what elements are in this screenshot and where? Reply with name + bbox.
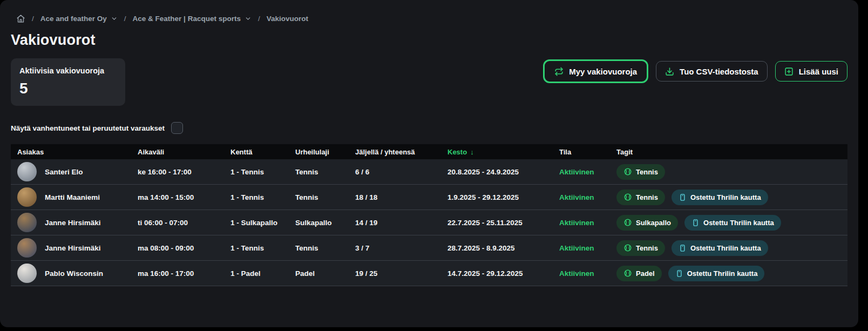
breadcrumb: / Ace and feather Oy / Ace & Feather | R… [16, 14, 847, 23]
column-header-timerange[interactable]: Aikaväli [138, 148, 230, 156]
customer-name: Janne Hirsimäki [45, 244, 101, 252]
table-row[interactable]: Pablo Wisconsin ma 16:00 - 17:00 1 - Pad… [11, 261, 847, 286]
court-cell: 1 - Tennis [230, 168, 295, 176]
remaining-cell: 3 / 7 [355, 244, 447, 252]
breadcrumb-label: Ace and feather Oy [40, 15, 107, 23]
stats-card-label: Aktiivisia vakiovuoroja [19, 66, 117, 75]
sell-standing-reservations-button[interactable]: Myy vakiovuoroja [543, 59, 648, 83]
customer-cell: Janne Hirsimäki [11, 213, 138, 232]
phone-icon [679, 244, 687, 252]
sort-desc-arrow-icon: ↓ [470, 148, 474, 156]
breadcrumb-item-venue[interactable]: Ace & Feather | Racquet sports [133, 15, 252, 23]
tag-list: Tennis Ostettu Thrilin kautta [616, 190, 847, 205]
customer-cell: Janne Hirsimäki [11, 238, 138, 258]
tag-list: Tennis [616, 164, 847, 180]
customer-cell: Santeri Elo [11, 162, 138, 181]
timerange-cell: ma 08:00 - 09:00 [138, 244, 230, 252]
customer-name: Martti Maaniemi [45, 193, 100, 201]
duration-cell: 20.8.2025 - 24.9.2025 [447, 168, 559, 176]
breadcrumb-separator: / [124, 15, 126, 23]
tennis-ball-icon [623, 218, 632, 227]
breadcrumb-label: Ace & Feather | Racquet sports [133, 15, 241, 23]
tennis-ball-icon [623, 244, 632, 252]
column-header-court[interactable]: Kenttä [230, 148, 295, 156]
avatar [17, 187, 37, 207]
active-reservations-card: Aktiivisia vakiovuoroja 5 [11, 58, 125, 106]
main-content: / Ace and feather Oy / Ace & Feather | R… [0, 0, 858, 327]
timerange-cell: ma 16:00 - 17:00 [138, 269, 230, 278]
sport-cell: Tennis [295, 168, 355, 176]
court-cell: 1 - Tennis [230, 193, 295, 201]
column-header-customer[interactable]: Asiakas [11, 148, 138, 156]
sport-cell: Sulkapallo [295, 219, 355, 227]
table-row[interactable]: Janne Hirsimäki ti 06:00 - 07:00 1 - Sul… [11, 210, 847, 235]
phone-icon [691, 219, 700, 227]
status-badge: Aktiivinen [559, 269, 616, 278]
phone-icon [675, 269, 683, 278]
tag-list: Padel Ostettu Thrilin kautta [616, 266, 847, 281]
timerange-cell: ke 16:00 - 17:00 [138, 168, 230, 176]
show-expired-checkbox[interactable] [171, 122, 183, 134]
timerange-cell: ma 14:00 - 15:00 [138, 193, 230, 201]
duration-cell: 14.7.2025 - 29.12.2025 [447, 269, 559, 278]
breadcrumb-label: Vakiovuorot [267, 15, 308, 23]
purchase-tag: Ostettu Thrilin kautta [672, 190, 768, 205]
status-badge: Aktiivinen [559, 193, 616, 201]
home-icon[interactable] [16, 14, 25, 23]
tag-list: Sulkapallo Ostettu Thrilin kautta [616, 215, 847, 231]
breadcrumb-separator: / [258, 15, 260, 23]
remaining-cell: 14 / 19 [355, 219, 447, 227]
sport-cell: Tennis [295, 244, 355, 252]
customer-name: Santeri Elo [45, 168, 83, 176]
column-header-sport[interactable]: Urheilulaji [295, 148, 355, 156]
table-body: Santeri Elo ke 16:00 - 17:00 1 - Tennis … [11, 159, 847, 286]
column-header-remaining[interactable]: Jäljellä / yhteensä [355, 148, 447, 156]
customer-cell: Pablo Wisconsin [11, 264, 138, 283]
column-header-status[interactable]: Tila [559, 148, 616, 156]
tag-label: Ostettu Thrilin kautta [687, 269, 758, 278]
court-cell: 1 - Tennis [230, 244, 295, 252]
stats-card-value: 5 [19, 80, 117, 97]
remaining-cell: 6 / 6 [355, 168, 447, 176]
duration-cell: 22.7.2025 - 25.11.2025 [447, 219, 559, 227]
add-new-button[interactable]: Lisää uusi [775, 61, 847, 82]
table-row[interactable]: Martti Maaniemi ma 14:00 - 15:00 1 - Ten… [11, 185, 847, 210]
tag-label: Sulkapallo [636, 219, 671, 227]
timerange-cell: ti 06:00 - 07:00 [138, 219, 230, 227]
customer-name: Janne Hirsimäki [45, 219, 101, 227]
sport-cell: Padel [295, 269, 355, 278]
sell-button-label: Myy vakiovuoroja [569, 67, 637, 76]
sport-tag: Tennis [616, 164, 665, 180]
column-header-duration-sorted[interactable]: Kesto ↓ [447, 148, 559, 156]
tag-label: Ostettu Thrilin kautta [690, 193, 761, 201]
tag-list: Tennis Ostettu Thrilin kautta [616, 240, 847, 256]
breadcrumb-item-organization[interactable]: Ace and feather Oy [40, 15, 118, 23]
toolbar: Myy vakiovuoroja Tuo CSV-tiedostosta Lis… [543, 59, 847, 83]
repeat-icon [554, 67, 564, 76]
table-row[interactable]: Santeri Elo ke 16:00 - 17:00 1 - Tennis … [11, 159, 847, 185]
remaining-cell: 18 / 18 [355, 193, 447, 201]
table-row[interactable]: Janne Hirsimäki ma 08:00 - 09:00 1 - Ten… [11, 235, 847, 261]
breadcrumb-item-current[interactable]: Vakiovuorot [267, 15, 308, 23]
avatar [17, 213, 37, 232]
import-button-label: Tuo CSV-tiedostosta [680, 67, 758, 76]
purchase-tag: Ostettu Thrilin kautta [684, 215, 781, 231]
sport-tag: Tennis [616, 190, 665, 205]
tag-label: Ostettu Thrilin kautta [703, 219, 774, 227]
customer-cell: Martti Maaniemi [11, 187, 138, 207]
breadcrumb-separator: / [32, 15, 34, 23]
court-cell: 1 - Sulkapallo [230, 219, 295, 227]
add-button-label: Lisää uusi [799, 67, 838, 76]
status-badge: Aktiivinen [559, 168, 616, 176]
chevron-down-icon [245, 15, 252, 22]
status-badge: Aktiivinen [559, 244, 616, 252]
customer-name: Pablo Wisconsin [45, 269, 103, 278]
column-header-tags[interactable]: Tagit [616, 148, 847, 156]
import-csv-button[interactable]: Tuo CSV-tiedostosta [656, 61, 768, 82]
avatar [17, 238, 37, 258]
sport-tag: Sulkapallo [616, 215, 678, 231]
avatar [17, 264, 37, 283]
tag-label: Tennis [636, 168, 658, 176]
standing-reservations-table: Asiakas Aikaväli Kenttä Urheilulaji Jälj… [11, 144, 847, 286]
tag-label: Ostettu Thrilin kautta [690, 244, 761, 252]
